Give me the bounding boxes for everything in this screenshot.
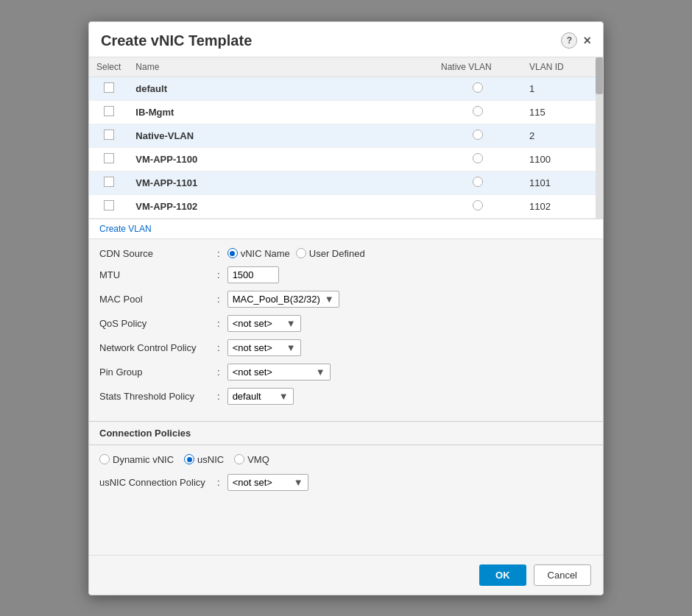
- usnic-label: usNIC: [197, 454, 224, 465]
- vmq-radio[interactable]: [234, 454, 244, 464]
- usnic-policy-row: usNIC Connection Policy : <not set> ▼: [89, 471, 603, 501]
- col-select: Select: [89, 57, 128, 77]
- native-vlan-radio[interactable]: [473, 82, 483, 93]
- usnic-policy-dropdown[interactable]: <not set> ▼: [227, 474, 308, 491]
- select-cell: [89, 194, 128, 218]
- native-vlan-cell: [434, 100, 522, 124]
- stats-threshold-dropdown[interactable]: default ▼: [227, 388, 294, 405]
- connection-policies-header: Connection Policies: [89, 421, 603, 442]
- row-checkbox[interactable]: [104, 153, 114, 163]
- stats-threshold-value: default: [233, 391, 261, 402]
- mtu-input[interactable]: [227, 266, 279, 283]
- native-vlan-cell: [434, 147, 522, 171]
- network-control-policy-dropdown[interactable]: <not set> ▼: [227, 339, 301, 356]
- row-checkbox[interactable]: [104, 200, 114, 210]
- native-vlan-radio[interactable]: [473, 177, 483, 187]
- table-row: IB-Mgmt 115: [89, 100, 596, 124]
- create-vlan-link[interactable]: Create VLAN: [89, 219, 603, 239]
- mac-pool-row: MAC Pool : MAC_Pool_B(32/32) ▼: [99, 291, 593, 308]
- name-cell: default: [128, 77, 434, 100]
- network-control-policy-label: Network Control Policy: [99, 342, 217, 353]
- ok-button[interactable]: OK: [479, 564, 526, 586]
- usnic-radio[interactable]: [184, 454, 194, 464]
- cdn-user-label: User Defined: [309, 248, 365, 259]
- pin-group-value: <not set>: [233, 367, 272, 378]
- vlan-id-cell: 1: [522, 77, 596, 100]
- native-vlan-cell: [434, 124, 522, 147]
- name-cell: Native-VLAN: [128, 124, 434, 147]
- network-control-policy-row: Network Control Policy : <not set> ▼: [99, 339, 593, 356]
- cdn-vnic-radio[interactable]: [227, 248, 238, 258]
- table-row: Native-VLAN 2: [89, 124, 596, 147]
- qos-policy-value: <not set>: [233, 318, 272, 329]
- mac-pool-label: MAC Pool: [99, 294, 217, 305]
- vlan-id-cell: 1101: [522, 171, 596, 194]
- col-native-vlan: Native VLAN: [434, 57, 522, 77]
- row-checkbox[interactable]: [104, 130, 114, 140]
- network-control-policy-value: <not set>: [233, 342, 272, 353]
- select-cell: [89, 171, 128, 194]
- select-cell: [89, 147, 128, 171]
- form-section: CDN Source : vNIC Name User Defined MTU …: [89, 239, 603, 421]
- vlan-id-cell: 1102: [522, 194, 596, 218]
- row-checkbox[interactable]: [104, 82, 114, 93]
- cdn-source-control: vNIC Name User Defined: [227, 248, 365, 259]
- dynamic-vnic-option[interactable]: Dynamic vNIC: [99, 454, 174, 465]
- select-cell: [89, 77, 128, 100]
- native-vlan-radio[interactable]: [473, 200, 483, 210]
- qos-policy-arrow: ▼: [286, 318, 296, 329]
- table-row: default 1: [89, 77, 596, 100]
- dialog-footer: OK Cancel: [89, 555, 603, 595]
- vmq-option[interactable]: VMQ: [234, 454, 269, 465]
- name-cell: VM-APP-1102: [128, 194, 434, 218]
- table-row: VM-APP-1102 1102: [89, 194, 596, 218]
- cdn-user-radio[interactable]: [296, 248, 306, 258]
- cdn-source-user[interactable]: User Defined: [296, 248, 365, 259]
- native-vlan-radio[interactable]: [473, 130, 483, 140]
- dynamic-vnic-label: Dynamic vNIC: [113, 454, 174, 465]
- row-checkbox[interactable]: [104, 177, 114, 187]
- col-vlan-id: VLAN ID: [522, 57, 596, 77]
- stats-threshold-arrow: ▼: [279, 391, 289, 402]
- usnic-option[interactable]: usNIC: [184, 454, 224, 465]
- vlan-id-cell: 1100: [522, 147, 596, 171]
- pin-group-label: Pin Group: [99, 367, 217, 378]
- dynamic-vnic-radio[interactable]: [99, 454, 110, 464]
- qos-policy-row: QoS Policy : <not set> ▼: [99, 315, 593, 332]
- cancel-button[interactable]: Cancel: [534, 564, 591, 586]
- vlan-table-wrapper: Select Name Native VLAN VLAN ID default …: [89, 57, 603, 219]
- vlan-table: Select Name Native VLAN VLAN ID default …: [89, 57, 596, 219]
- qos-policy-dropdown[interactable]: <not set> ▼: [227, 315, 301, 332]
- native-vlan-cell: [434, 77, 522, 100]
- mtu-row: MTU :: [99, 266, 593, 283]
- mtu-label: MTU: [99, 269, 217, 280]
- create-vnic-dialog: Create vNIC Template ? × Select Name Nat…: [88, 21, 604, 595]
- pin-group-dropdown[interactable]: <not set> ▼: [227, 364, 331, 380]
- native-vlan-cell: [434, 171, 522, 194]
- name-cell: IB-Mgmt: [128, 100, 434, 124]
- dialog-header: Create vNIC Template ? ×: [89, 22, 603, 57]
- help-button[interactable]: ?: [561, 32, 577, 49]
- row-checkbox[interactable]: [104, 106, 114, 116]
- vlan-id-cell: 2: [522, 124, 596, 147]
- cdn-source-vnic[interactable]: vNIC Name: [227, 248, 290, 259]
- stats-threshold-label: Stats Threshold Policy: [99, 391, 217, 402]
- dialog-body: Select Name Native VLAN VLAN ID default …: [89, 57, 603, 555]
- stats-threshold-row: Stats Threshold Policy : default ▼: [99, 388, 593, 405]
- cdn-vnic-label: vNIC Name: [241, 248, 290, 259]
- qos-policy-label: QoS Policy: [99, 318, 217, 329]
- cdn-source-row: CDN Source : vNIC Name User Defined: [99, 248, 593, 259]
- header-icons: ? ×: [561, 32, 591, 49]
- select-cell: [89, 124, 128, 147]
- mac-pool-dropdown[interactable]: MAC_Pool_B(32/32) ▼: [227, 291, 339, 308]
- native-vlan-radio[interactable]: [473, 106, 483, 116]
- table-scrollbar[interactable]: [596, 57, 603, 219]
- close-button[interactable]: ×: [583, 33, 591, 49]
- scrollbar-thumb: [596, 57, 603, 94]
- native-vlan-radio[interactable]: [473, 153, 483, 163]
- usnic-policy-label: usNIC Connection Policy: [99, 477, 217, 488]
- pin-group-arrow: ▼: [316, 367, 325, 378]
- col-name: Name: [128, 57, 434, 77]
- name-cell: VM-APP-1101: [128, 171, 434, 194]
- usnic-policy-value: <not set>: [233, 477, 272, 488]
